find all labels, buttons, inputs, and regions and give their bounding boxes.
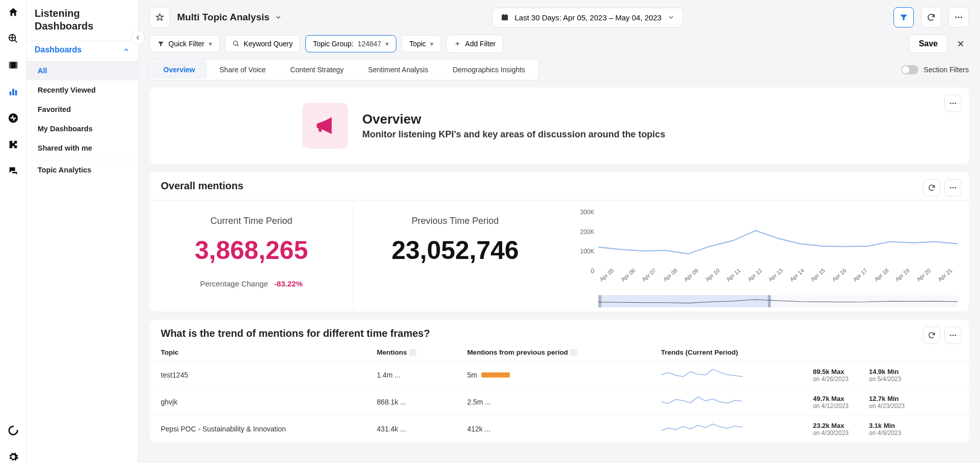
col-prev-mentions[interactable]: Mentions from previous period (456, 343, 650, 362)
svg-point-18 (955, 103, 956, 104)
cell-prev: 412k ... (456, 416, 650, 443)
cell-spark (650, 416, 802, 443)
search-icon (233, 40, 240, 47)
overall-mentions-card: Overall mentions Current Time Period 3,8… (150, 172, 969, 311)
quick-filter-icon (157, 40, 164, 47)
home-icon[interactable] (7, 6, 19, 18)
tab-share-of-voice[interactable]: Share of Voice (207, 61, 278, 79)
sidebar-item-recently-viewed[interactable]: Recently Viewed (26, 80, 138, 100)
plus-icon: ＋ (454, 39, 461, 48)
sidebar-item-all[interactable]: All (26, 61, 138, 80)
section-filters-toggle[interactable]: Section Filters (901, 65, 969, 74)
card-more-button[interactable] (944, 95, 962, 112)
cell-topic: Pepsi POC - Sustainability & Innovation (150, 416, 366, 443)
sidebar-section-dashboards[interactable]: Dashboards (26, 41, 138, 59)
megaphone-icon (302, 103, 348, 149)
trend-table: Topic Mentions Mentions from previous pe… (150, 343, 969, 443)
sidebar-item-topic-analytics[interactable]: Topic Analytics (26, 160, 138, 180)
topbar: Multi Topic Analysis Last 30 Days: Apr 0… (138, 0, 980, 35)
col-mentions[interactable]: Mentions (366, 343, 456, 362)
table-row[interactable]: Pepsi POC - Sustainability & Innovation4… (150, 416, 969, 443)
keyword-query-pill[interactable]: Keyword Query (225, 35, 300, 52)
card-refresh-button[interactable] (923, 179, 940, 196)
svg-point-15 (234, 41, 238, 45)
settings-icon[interactable] (7, 451, 19, 463)
close-filters-icon[interactable] (953, 36, 969, 52)
sidebar-items: All Recently Viewed Favorited My Dashboa… (26, 59, 138, 160)
table-row[interactable]: test12451.4m ...5m89.5k Maxon 4/26/20231… (150, 362, 969, 389)
svg-rect-11 (506, 14, 506, 15)
svg-point-24 (955, 335, 956, 336)
cell-spark (650, 389, 802, 416)
date-range-picker[interactable]: Last 30 Days: Apr 05, 2023 – May 04, 202… (492, 8, 684, 27)
cell-prev: 2.5m ... (456, 389, 650, 416)
col-topic[interactable]: Topic (150, 343, 366, 362)
table-row[interactable]: ghvjk868.1k ...2.5m ...49.7k Maxon 4/12/… (150, 389, 969, 416)
chevron-down-icon (668, 14, 675, 21)
chart-plot (598, 209, 958, 275)
more-menu-button[interactable] (948, 7, 969, 27)
sidebar: Listening Dashboards Dashboards All Rece… (26, 0, 138, 463)
trend-card: What is the trend of mentions for differ… (150, 320, 969, 443)
loading-icon[interactable] (7, 424, 19, 437)
svg-rect-10 (503, 14, 503, 15)
filters-row: Quick Filter ▾ Keyword Query Topic Group… (138, 35, 980, 59)
overview-title: Overview (362, 111, 665, 127)
favorite-star-button[interactable] (150, 7, 170, 27)
toggle-icon[interactable] (901, 65, 918, 74)
svg-rect-6 (15, 90, 17, 95)
tab-overview[interactable]: Overview (151, 61, 207, 79)
card-refresh-button[interactable] (923, 327, 940, 344)
chevron-down-icon: ▾ (430, 40, 434, 48)
refresh-button[interactable] (921, 7, 941, 27)
chart-y-axis: 300K200K100K0 (568, 209, 598, 275)
overview-subtitle: Monitor listening KPI's and key areas of… (362, 129, 665, 140)
topic-pill[interactable]: Topic ▾ (401, 35, 441, 52)
cell-topic: ghvjk (150, 389, 366, 416)
tabs: Overview Share of Voice Content Strategy… (150, 59, 539, 80)
svg-point-16 (950, 103, 952, 104)
puzzle-icon[interactable] (7, 138, 19, 151)
cell-maxmin: 89.5k Maxon 4/26/202314.9k Minon 5/4/202… (802, 362, 969, 389)
cell-maxmin: 49.7k Maxon 4/12/202312.7k Minon 4/23/20… (802, 389, 969, 416)
globe-search-icon[interactable] (7, 33, 19, 45)
svg-rect-5 (12, 89, 14, 96)
filter-button[interactable] (893, 7, 914, 27)
collapse-sidebar-icon[interactable] (131, 31, 145, 45)
tab-sentiment-analysis[interactable]: Sentiment Analysis (356, 61, 440, 79)
col-trends[interactable]: Trends (Current Period) (650, 343, 969, 362)
topic-group-pill[interactable]: Topic Group: 124847 ▾ (305, 35, 396, 52)
card-more-button[interactable] (944, 179, 962, 196)
svg-point-20 (953, 187, 954, 189)
sort-icon (570, 349, 577, 356)
chevron-down-icon (275, 14, 282, 21)
card-more-button[interactable] (944, 327, 962, 344)
chat-icon[interactable] (7, 165, 19, 177)
film-icon[interactable] (7, 59, 19, 71)
svg-point-21 (955, 187, 956, 189)
tab-demographics-insights[interactable]: Demographics Insights (441, 61, 537, 79)
card-title: What is the trend of mentions for differ… (150, 320, 969, 343)
tab-content-strategy[interactable]: Content Strategy (278, 61, 356, 79)
quick-filter-pill[interactable]: Quick Filter ▾ (150, 35, 220, 52)
current-period-metric: Current Time Period 3,868,265 Percentage… (150, 200, 353, 311)
sidebar-item-favorited[interactable]: Favorited (26, 100, 138, 119)
calendar-icon (501, 13, 509, 21)
icon-rail (0, 0, 26, 463)
analytics-icon[interactable] (7, 85, 19, 98)
pulse-icon[interactable] (7, 112, 19, 124)
dashboard-title-dropdown[interactable]: Multi Topic Analysis (177, 12, 282, 23)
save-button[interactable]: Save (909, 35, 947, 53)
chevron-up-icon (123, 46, 130, 53)
cell-spark (650, 362, 802, 389)
chart-brush[interactable] (598, 295, 958, 307)
sidebar-item-shared-with-me[interactable]: Shared with me (26, 138, 138, 158)
add-filter-button[interactable]: ＋ Add Filter (446, 35, 503, 53)
cell-mentions: 868.1k ... (366, 389, 456, 416)
svg-point-12 (955, 17, 957, 18)
svg-point-14 (961, 17, 962, 18)
sidebar-item-my-dashboards[interactable]: My Dashboards (26, 119, 138, 138)
chevron-down-icon: ▾ (209, 40, 212, 48)
app-title: Listening Dashboards (26, 7, 138, 41)
sort-icon (409, 349, 416, 356)
